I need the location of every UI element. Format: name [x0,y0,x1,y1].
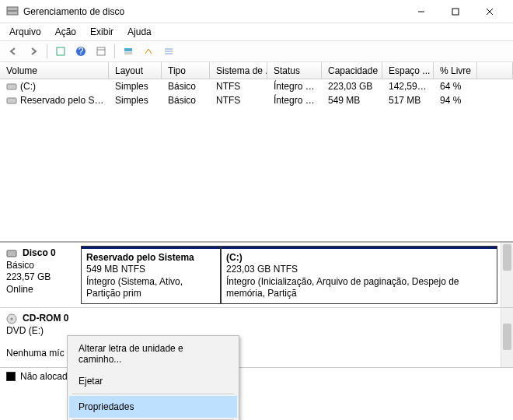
help-button[interactable]: ? [72,43,89,60]
cell-tipo: Básico [162,80,210,93]
volume-icon [6,81,17,92]
partition-line2: Íntegro (Inicialização, Arquivo de pagin… [226,276,459,299]
col-livre[interactable]: % Livre [434,62,477,79]
context-menu: Alterar letra de unidade e caminho... Ej… [67,335,239,420]
disk-state: Online [6,284,33,295]
disk-icon [6,248,17,259]
ctx-eject[interactable]: Ejetar [69,370,237,392]
properties-button[interactable] [92,43,110,60]
view-bottom-button[interactable] [140,43,157,60]
cdrom-name: CD-ROM 0 [23,313,68,324]
col-status[interactable]: Status [267,62,322,79]
disk-size: 223,57 GB [6,271,51,282]
svg-rect-18 [7,250,16,257]
forward-button[interactable] [25,43,42,60]
cell-esp: 517 MB [382,94,434,107]
cell-volume: (C:) [20,81,36,92]
col-tipo[interactable]: Tipo [162,62,210,79]
disk-partitions: Reservado pelo Sistema 549 MB NTFS Ínteg… [78,243,501,307]
window-title: Gerenciamento de disco [23,6,404,17]
back-button[interactable] [5,43,22,60]
close-button[interactable] [473,1,507,23]
cell-layout: Simples [109,94,162,107]
toolbar: ? [0,40,513,62]
disk-type: Básico [6,260,34,271]
partition-c[interactable]: (C:) 223,03 GB NTFS Íntegro (Inicializaç… [221,246,497,304]
cell-volume: Reservado pelo Si... [20,95,104,106]
svg-rect-1 [7,10,18,12]
volume-icon [6,95,17,106]
cell-status: Íntegro (In... [267,80,322,93]
cell-layout: Simples [109,80,162,93]
cell-status: Íntegro (Si... [267,94,322,107]
partition-title: Reservado pelo Sistema [86,252,194,263]
partition-line2: Íntegro (Sistema, Ativo, Partição prim [86,276,183,299]
svg-rect-12 [124,52,132,54]
disk-scrollbar[interactable] [501,243,513,307]
svg-rect-9 [97,47,105,55]
cell-cap: 223,03 GB [322,80,382,93]
volume-list[interactable]: (C:) Simples Básico NTFS Íntegro (In... … [0,79,513,241]
menu-action[interactable]: Ação [49,25,82,39]
col-espaco[interactable]: Espaço ... [382,62,434,79]
disk-label: Disco 0 Básico 223,57 GB Online [0,243,78,307]
menu-help[interactable]: Ajuda [121,25,158,39]
col-sistema[interactable]: Sistema de ... [210,62,267,79]
maximize-button[interactable] [438,1,473,23]
svg-point-20 [11,318,13,320]
col-layout[interactable]: Layout [109,62,162,79]
table-row[interactable]: (C:) Simples Básico NTFS Íntegro (In... … [0,79,513,93]
app-icon [6,5,19,18]
partition-reserved[interactable]: Reservado pelo Sistema 549 MB NTFS Ínteg… [81,246,221,304]
cdrom-state: Nenhuma míc [6,348,65,359]
cell-cap: 549 MB [322,94,382,107]
svg-rect-3 [452,9,459,15]
disk-name: Disco 0 [23,247,56,258]
svg-rect-11 [124,48,132,51]
table-row[interactable]: Reservado pelo Si... Simples Básico NTFS… [0,93,513,107]
ctx-properties[interactable]: Propriedades [69,396,237,418]
cdrom-label: CD-ROM 0 DVD (E:) Nenhuma míc [0,308,78,367]
view-top-button[interactable] [120,43,137,60]
cell-tipo: Básico [162,94,210,107]
menu-file[interactable]: Arquivo [3,25,47,39]
cell-livre: 94 % [434,94,477,107]
cdrom-type: DVD (E:) [6,325,44,336]
svg-text:?: ? [79,46,84,57]
cdrom-icon [6,313,17,324]
svg-rect-17 [7,98,16,103]
menubar: Arquivo Ação Exibir Ajuda [0,23,513,40]
col-volume[interactable]: Volume [0,62,109,79]
cell-sistema: NTFS [210,80,267,93]
col-capacidade[interactable]: Capacidade [322,62,382,79]
partition-line1: 549 MB NTFS [86,264,145,275]
refresh-button[interactable] [52,43,69,60]
legend-unallocated-label: Não alocad [20,371,68,382]
cell-esp: 142,59 GB [382,80,434,93]
cell-sistema: NTFS [210,94,267,107]
volume-table-header: Volume Layout Tipo Sistema de ... Status… [0,62,513,79]
svg-rect-6 [57,47,65,55]
disk-scrollbar[interactable] [501,308,513,367]
ctx-separator [72,394,234,394]
cell-livre: 64 % [434,80,477,93]
partition-title: (C:) [226,252,243,263]
menu-view[interactable]: Exibir [84,25,120,39]
ctx-change-drive-letter[interactable]: Alterar letra de unidade e caminho... [69,338,237,370]
svg-rect-16 [7,84,16,89]
view-list-button[interactable] [160,43,177,60]
partition-line1: 223,03 GB NTFS [226,264,298,275]
legend-unallocated-swatch [6,372,16,381]
col-blank [477,62,513,79]
titlebar: Gerenciamento de disco [0,0,513,23]
disk-row[interactable]: Disco 0 Básico 223,57 GB Online Reservad… [0,243,513,308]
minimize-button[interactable] [404,1,438,23]
